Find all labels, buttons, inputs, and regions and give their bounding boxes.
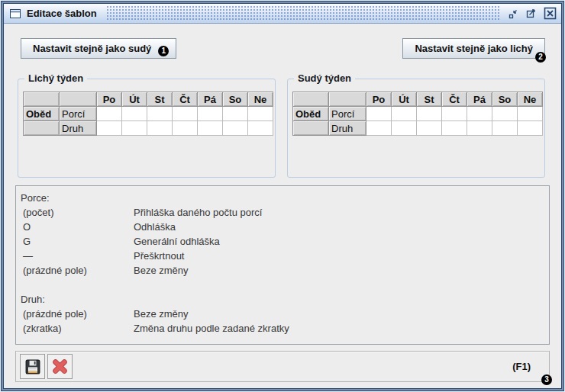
row-label-empty: [293, 121, 329, 136]
maximize-icon[interactable]: [525, 8, 537, 19]
day-cell[interactable]: [417, 121, 442, 136]
even-week-table: Po Út St Čt Pá So Ne Oběd Porcí: [292, 92, 543, 136]
dialog-window: Editace šablon: [0, 0, 565, 392]
odd-week-groupbox: Lichý týden Po Út St Čt Pá So Ne: [18, 79, 276, 178]
set-same-as-even-label: Nastavit stejně jako sudý: [33, 43, 151, 54]
corner-cell: [24, 92, 60, 107]
weeks-row: Lichý týden Po Út St Čt Pá So Ne: [18, 79, 545, 178]
day-cell[interactable]: [492, 107, 518, 121]
day-cell[interactable]: [147, 121, 173, 136]
title-bar[interactable]: Editace šablon: [4, 4, 561, 24]
day-cell[interactable]: [223, 121, 248, 136]
day-header-thu: Čt: [442, 92, 467, 107]
day-cell[interactable]: [173, 121, 198, 136]
day-cell[interactable]: [392, 107, 417, 121]
day-header-fri: Pá: [467, 92, 492, 107]
day-cell[interactable]: [467, 107, 492, 121]
cancel-button[interactable]: [47, 354, 73, 379]
badge-3: 3: [541, 374, 552, 385]
day-cell[interactable]: [392, 121, 417, 136]
day-header-sat: So: [492, 92, 518, 107]
window-icon: [9, 8, 21, 20]
day-header-wed: St: [147, 92, 173, 107]
day-header-sun: Ne: [518, 92, 543, 107]
floppy-save-icon: [25, 359, 40, 374]
meal-label: Oběd: [293, 107, 329, 121]
day-cell[interactable]: [248, 121, 273, 136]
odd-week-table: Po Út St Čt Pá So Ne Oběd Porcí: [23, 92, 273, 136]
corner-cell: [329, 92, 366, 107]
odd-week-title: Lichý týden: [24, 72, 87, 84]
legend-row: (zkratka) Změna druhu podle zadané zkrat…: [21, 321, 549, 336]
day-header-tue: Út: [392, 92, 417, 107]
day-header-tue: Út: [122, 92, 147, 107]
iconify-icon[interactable]: [508, 8, 518, 19]
legend-row: O Odhláška: [21, 220, 549, 234]
save-button[interactable]: [20, 354, 45, 379]
day-cell[interactable]: [442, 121, 467, 136]
close-icon[interactable]: [544, 7, 557, 20]
set-same-as-even-button[interactable]: Nastavit stejně jako sudý 1: [21, 38, 176, 59]
day-cell[interactable]: [198, 121, 223, 136]
day-cell[interactable]: [173, 107, 198, 121]
legend-section-title: Druh:: [21, 292, 134, 307]
row-label-portions: Porcí: [60, 107, 97, 121]
day-header-mon: Po: [97, 92, 122, 107]
day-cell[interactable]: [518, 107, 543, 121]
day-cell[interactable]: [492, 121, 518, 136]
day-header-wed: St: [417, 92, 442, 107]
row-label-kind: Druh: [60, 121, 97, 136]
day-cell[interactable]: [122, 107, 147, 121]
bottom-toolbar: (F1) 3: [15, 351, 550, 382]
window-title: Editace šablon: [27, 8, 97, 19]
set-same-as-odd-label: Nastavit stejně jako lichý: [415, 43, 533, 54]
row-label-empty: [24, 121, 60, 136]
day-header-fri: Pá: [198, 92, 223, 107]
row-label-portions: Porcí: [329, 107, 366, 121]
actions-row: Nastavit stejně jako sudý 1 Nastavit ste…: [21, 38, 545, 59]
meal-label: Oběd: [24, 107, 60, 121]
day-cell[interactable]: [248, 107, 273, 121]
legend-row: (počet) Přihláška daného počtu porcí: [21, 205, 549, 220]
day-header-sat: So: [223, 92, 248, 107]
day-header-sun: Ne: [248, 92, 273, 107]
day-header-thu: Čt: [173, 92, 198, 107]
badge-1: 1: [158, 46, 169, 56]
day-header-mon: Po: [366, 92, 392, 107]
even-week-groupbox: Sudý týden Po Út St Čt Pá So Ne: [287, 79, 545, 178]
dialog-content: Nastavit stejně jako sudý 1 Nastavit ste…: [4, 24, 561, 388]
day-cell[interactable]: [97, 107, 122, 121]
corner-cell: [60, 92, 97, 107]
corner-cell: [293, 92, 329, 107]
legend-section-title: Porce:: [21, 191, 134, 205]
day-cell[interactable]: [97, 121, 122, 136]
day-cell[interactable]: [122, 121, 147, 136]
day-cell[interactable]: [442, 107, 467, 121]
day-cell[interactable]: [223, 107, 248, 121]
even-week-title: Sudý týden: [294, 72, 355, 84]
legend-panel: Porce: (počet) Přihláška daného počtu po…: [15, 185, 550, 345]
day-cell[interactable]: [147, 107, 173, 121]
day-cell[interactable]: [417, 107, 442, 121]
legend-row: (prázdné pole) Beze změny: [21, 307, 549, 321]
f1-hint: (F1): [512, 361, 531, 372]
titlebar-texture: [106, 5, 500, 21]
day-cell[interactable]: [366, 107, 392, 121]
badge-2: 2: [535, 52, 546, 63]
legend-row: (prázdné pole) Beze změny: [21, 263, 549, 278]
row-label-kind: Druh: [329, 121, 366, 136]
day-cell[interactable]: [518, 121, 543, 136]
day-cell[interactable]: [467, 121, 492, 136]
day-cell[interactable]: [366, 121, 392, 136]
legend-spacer: [21, 278, 549, 292]
legend-row: G Generální odhláška: [21, 234, 549, 249]
legend-row: — Přeškrtnout: [21, 249, 549, 263]
red-cross-icon: [52, 358, 68, 374]
day-cell[interactable]: [198, 107, 223, 121]
set-same-as-odd-button[interactable]: Nastavit stejně jako lichý 2: [402, 38, 545, 59]
